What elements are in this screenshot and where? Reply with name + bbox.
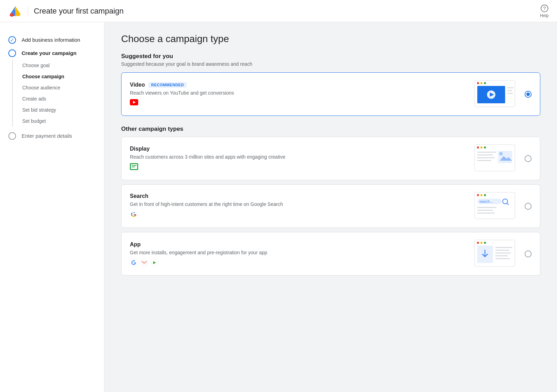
step-circle-create-campaign (8, 49, 16, 57)
substep-label-set-budget: Set budget (22, 118, 46, 124)
svg-point-23 (480, 146, 483, 149)
google-ads-logo-icon (8, 4, 22, 18)
svg-rect-14 (507, 87, 513, 88)
substep-label-choose-campaign: Choose campaign (22, 74, 64, 79)
display-icon (130, 163, 138, 170)
header: Create your first campaign ? Help (0, 0, 557, 22)
svg-point-10 (484, 82, 486, 84)
svg-point-33 (477, 194, 479, 196)
page-title: Choose a campaign type (121, 33, 540, 45)
substep-create-ads[interactable]: Create ads (22, 93, 104, 104)
sidebar-step-payment[interactable]: Enter payment details (0, 129, 104, 143)
campaign-card-app[interactable]: App Get more installs, engagement and pr… (121, 232, 540, 275)
svg-rect-56 (495, 255, 508, 256)
card-desc-app: Get more installs, engagement and pre-re… (130, 250, 468, 255)
step-completed-icon: ✓ (8, 36, 16, 44)
svg-point-30 (499, 152, 503, 155)
substep-label-choose-audience: Choose audience (22, 85, 60, 90)
search-illustration: search... (474, 192, 519, 221)
substeps-container: Choose goal Choose campaign Choose audie… (0, 60, 104, 127)
logo-area (8, 4, 22, 18)
checkmark-icon: ✓ (10, 37, 14, 43)
search-title-text: Search (130, 193, 148, 199)
video-title-text: Video (130, 82, 145, 88)
svg-rect-55 (495, 253, 511, 254)
svg-point-8 (477, 82, 479, 84)
card-title-search: Search (130, 193, 468, 199)
card-content-search: Search Get in front of high-intent custo… (130, 193, 468, 219)
svg-rect-54 (495, 250, 509, 251)
sidebar: ✓ Add business information Create your c… (0, 22, 104, 392)
substep-label-create-ads: Create ads (22, 96, 46, 102)
svg-text:search...: search... (479, 200, 493, 203)
sidebar-step-create-campaign[interactable]: Create your campaign (0, 47, 104, 60)
help-icon: ? (540, 4, 549, 13)
substep-set-bid[interactable]: Set bid strategy (22, 104, 104, 115)
card-title-video: Video RECOMMENDED (130, 82, 468, 88)
svg-point-22 (477, 146, 479, 149)
help-label: Help (540, 13, 549, 18)
svg-point-9 (480, 82, 483, 84)
card-desc-display: Reach customers across 3 million sites a… (130, 154, 468, 160)
card-content-video: Video RECOMMENDED Reach viewers on YouTu… (130, 82, 468, 106)
svg-point-50 (484, 242, 486, 244)
google-g-icon (130, 259, 138, 266)
svg-rect-19 (132, 165, 136, 166)
radio-video[interactable] (525, 91, 532, 98)
help-button[interactable]: ? Help (540, 4, 549, 18)
svg-point-44 (140, 259, 148, 266)
layout: ✓ Add business information Create your c… (0, 22, 557, 392)
svg-rect-57 (495, 258, 510, 259)
card-desc-search: Get in front of high-intent customers at… (130, 201, 468, 207)
svg-rect-27 (477, 157, 495, 158)
campaign-card-search[interactable]: Search Get in front of high-intent custo… (121, 184, 540, 228)
display-illustration (474, 144, 519, 173)
main-content: Choose a campaign type Suggested for you… (104, 22, 557, 392)
campaign-card-display[interactable]: Display Reach customers across 3 million… (121, 137, 540, 180)
other-section: Other campaign types Display Reach custo… (121, 126, 540, 275)
campaign-card-video[interactable]: Video RECOMMENDED Reach viewers on YouTu… (121, 72, 540, 116)
svg-point-24 (484, 146, 486, 149)
card-desc-video: Reach viewers on YouTube and get convers… (130, 90, 468, 96)
substep-label-set-bid: Set bid strategy (22, 107, 56, 113)
svg-rect-26 (477, 154, 493, 155)
header-title: Create your first campaign (34, 7, 124, 16)
app-title-text: App (130, 241, 141, 248)
recommended-badge: RECOMMENDED (148, 82, 187, 88)
substep-choose-audience[interactable]: Choose audience (22, 82, 104, 93)
header-divider (28, 6, 28, 17)
card-title-display: Display (130, 146, 468, 152)
display-title-text: Display (130, 146, 150, 152)
radio-search[interactable] (525, 203, 532, 210)
svg-rect-41 (477, 210, 493, 211)
svg-rect-16 (507, 93, 513, 94)
svg-rect-40 (477, 207, 496, 208)
step-label-payment: Enter payment details (22, 132, 72, 139)
svg-rect-20 (132, 167, 135, 167)
radio-app[interactable] (525, 250, 532, 257)
substep-choose-campaign[interactable]: Choose campaign (22, 71, 104, 82)
svg-point-48 (477, 242, 479, 244)
suggested-title: Suggested for you (121, 53, 540, 60)
app-illustration (474, 239, 519, 268)
suggested-subtitle: Suggested because your goal is brand awa… (121, 61, 540, 67)
svg-text:?: ? (543, 6, 546, 11)
step-circle-payment (8, 132, 16, 140)
substep-set-budget[interactable]: Set budget (22, 115, 104, 127)
sidebar-step-add-business[interactable]: ✓ Add business information (0, 33, 104, 47)
svg-point-2 (10, 13, 14, 17)
svg-rect-25 (477, 152, 496, 153)
substep-label-choose-goal: Choose goal (22, 63, 50, 68)
app-platform-icons (130, 259, 468, 266)
card-title-app: App (130, 241, 468, 248)
video-illustration (474, 80, 519, 109)
substep-choose-goal[interactable]: Choose goal (22, 60, 104, 71)
youtube-icon (130, 99, 138, 105)
play-store-icon (151, 259, 158, 266)
suggested-section: Suggested for you Suggested because your… (121, 53, 540, 116)
svg-point-34 (480, 194, 483, 196)
radio-display[interactable] (525, 155, 532, 162)
svg-rect-53 (495, 247, 512, 248)
step-label-add-business: Add business information (22, 36, 80, 43)
card-content-display: Display Reach customers across 3 million… (130, 146, 468, 171)
